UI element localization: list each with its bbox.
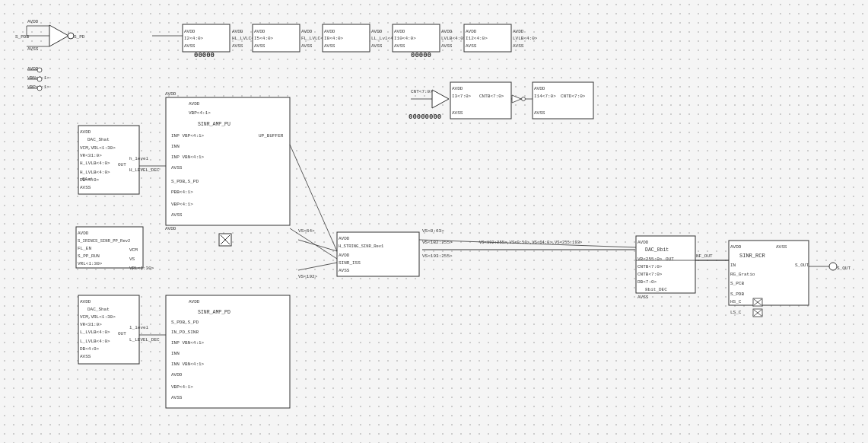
mux1-out-top: AVDD	[232, 29, 243, 34]
svg-line-48	[290, 145, 337, 251]
mux2-out-top: AVDD	[301, 29, 313, 34]
sinrpd-pd: IN_PD_SINR	[171, 330, 199, 335]
lsc-label: LS_C	[730, 310, 742, 315]
cnt-label: CNT<7:0>	[411, 89, 433, 94]
sinrpd-title: SINR_AMP_PD	[198, 310, 231, 315]
vs1935-label: VS<193:255>	[422, 253, 453, 259]
hlevel-dec-label: H_LEVEL_DEC	[129, 167, 160, 173]
mux3-top: AVDD	[324, 29, 335, 34]
label-spdb-1: S_PDB	[15, 34, 29, 40]
sout-final: S_OUT	[837, 266, 851, 271]
sinrpu-avss: AVSS	[171, 165, 183, 171]
sinrpu-avss2: AVSS	[171, 212, 183, 218]
svg-line-53	[298, 263, 337, 270]
zeros-2: 00000	[411, 52, 431, 59]
sinrpu-vbn: INP VBN<4:1>	[171, 155, 205, 160]
sinrrcr-label: SINR_RCR	[739, 253, 765, 259]
sinrrcr-spdb: S_PCB	[730, 281, 744, 286]
dac1-hlvl: H_LVLB<4:0>	[80, 170, 110, 175]
dac2-top: AVDD	[80, 299, 91, 304]
zeros-1: 00000	[194, 52, 215, 59]
sinrrcr-top2: AVSS	[776, 244, 787, 250]
mux2-bot: AVSS	[254, 43, 265, 49]
mux3-out-top: AVDD	[371, 29, 383, 34]
sinrpd-spdb: S_PDB,S_PD	[171, 320, 199, 325]
label-avss-1: AVSS	[27, 46, 39, 52]
mux3-label: I8<4:0>	[324, 36, 344, 41]
mux2-label: I5<4:0>	[254, 36, 274, 41]
sinrpd-innv: INN VBN<4:1>	[171, 362, 205, 367]
dac2-vcm: VCM,VRL<1:30>	[80, 314, 116, 320]
mux1-out-bot: AVSS	[232, 43, 243, 49]
mux4-out-label: LVLB<4:0>	[441, 36, 466, 41]
cntb1-top: AVDD	[452, 86, 463, 91]
schematic-svg: AVDD AVSS S_PDB S_PD AVDD I2<4:0> AVSS A…	[0, 0, 868, 443]
mux4-bot2: AVSS	[441, 43, 453, 49]
dac8-top: AVDD	[637, 240, 649, 245]
dac8-dec: 8bit_DEC	[645, 287, 667, 292]
sinrpd-avss2: AVSS	[171, 395, 183, 400]
dac2-vr: VR<31:0>	[80, 322, 102, 327]
mux5-top: AVDD	[466, 29, 477, 34]
svg-point-1	[68, 33, 74, 39]
hstring-bot: AVSS	[339, 268, 350, 273]
llevel-label: l_level	[129, 325, 149, 330]
hstring-top: AVDD	[339, 236, 350, 241]
sinrpu-top: AVDD	[189, 101, 200, 107]
label-avdd-1: AVDD	[27, 19, 39, 24]
mux5-label: I12<4:0>	[466, 36, 488, 41]
label-spd: S_PD	[74, 34, 85, 40]
mux1-top: AVDD	[184, 29, 196, 34]
label-avdd-2: AVDD	[27, 66, 39, 72]
sinrpd-vbp: VBP<4:1>	[171, 384, 193, 390]
svg-point-17	[37, 86, 42, 91]
cntb1-out: CNTB<7:0>	[479, 94, 504, 99]
mux5-out-label: LVLB<4:0>	[513, 36, 538, 41]
cntb1-bot: AVSS	[452, 110, 463, 116]
hlevel-label: h_level	[129, 156, 149, 161]
zeros-3: 00000000	[409, 113, 441, 121]
sinrrcr-spdb2: S_PDB	[730, 292, 744, 297]
sinrpu-inp: INP VBP<4:1>	[171, 133, 205, 139]
sirin-top: AVDD	[78, 231, 89, 236]
dac8-vr: VR<255:0>	[637, 257, 663, 262]
sinrpd-avss: AVDD	[171, 372, 183, 378]
llevel-dec-label: L_LEVEL_DEC	[129, 337, 160, 343]
dac1-out: OUT	[118, 162, 126, 167]
mux2-bot2: AVSS	[301, 43, 313, 49]
mux1-label: I2<4:0>	[184, 36, 204, 41]
sinrpu-title: SINR_AMP_PU	[198, 122, 231, 127]
svg-line-52	[298, 240, 337, 251]
mux4-bot: AVSS	[394, 43, 405, 49]
sinrpu-vbp2: VBP<4:1>	[171, 202, 193, 207]
schematic-canvas: AVDD AVSS S_PDB S_PD AVDD I2<4:0> AVSS A…	[0, 0, 868, 443]
hstring-sinr: SINR_ISS	[339, 260, 361, 266]
dac8-avss: AVSS	[637, 295, 649, 300]
sinrpd-inn: INN	[171, 351, 180, 356]
dac1-top: AVDD	[80, 129, 91, 135]
mux5-bot: AVSS	[466, 43, 477, 49]
dac8-cntb: CNTB<7:0>	[637, 264, 663, 269]
sinrpd-inp: INP VBN<4:1>	[171, 340, 205, 346]
dac1-label: DAC_Shat	[87, 137, 110, 142]
dac1-vr: VR<31:0>	[80, 153, 102, 158]
vs64-label: VS<64>	[298, 228, 315, 234]
sinrpu-out-up: UP_BUFFER	[259, 133, 284, 139]
vs-label: VS	[129, 257, 135, 262]
dac2-out: OUT	[118, 331, 126, 336]
cntb2-bot: AVSS	[534, 110, 545, 116]
mux4-top: AVDD	[394, 29, 405, 34]
dac8-cntb2: CNTB<7:0>	[637, 272, 663, 277]
svg-marker-0	[49, 25, 68, 46]
svg-point-24	[522, 97, 526, 101]
mux3-bot2: AVSS	[371, 43, 383, 49]
cntb2-out: CNTD<7:0>	[561, 94, 586, 99]
mux3-bot: AVSS	[324, 43, 335, 49]
cntb2-top: AVDD	[534, 86, 545, 91]
svg-marker-23	[512, 95, 521, 103]
mux4-out-top: AVDD	[441, 29, 453, 34]
nfout-label: NF_OUT	[696, 253, 713, 259]
dac8-db: DB<7:0>	[637, 279, 657, 285]
sinrpd-top: AVDD	[189, 299, 200, 304]
sinrrcr-in: IN	[730, 263, 736, 268]
